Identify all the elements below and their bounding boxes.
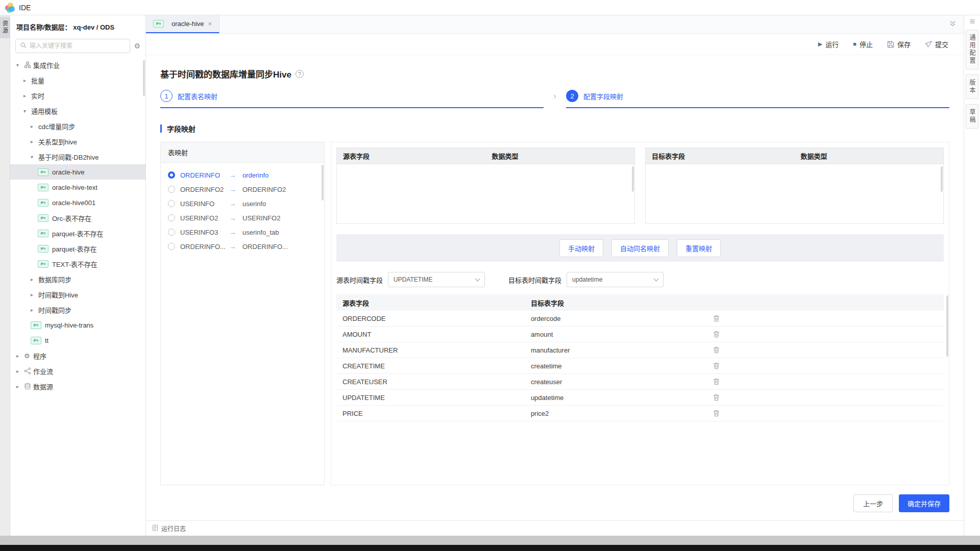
search-box[interactable] — [15, 39, 130, 53]
right-rail-tab-version[interactable]: 版本 — [966, 74, 978, 99]
tree-branch-数据库同步[interactable]: ▸数据库同步 — [10, 271, 145, 287]
tree-leaf-tt[interactable]: P≈tt — [10, 333, 145, 348]
caret-right-icon[interactable]: ▸ — [31, 307, 38, 313]
mapping-row: ORDERCODEordercode — [336, 311, 944, 327]
table-pair-USERINFO2[interactable]: USERINFO2→USERINFO2 — [161, 211, 324, 225]
caret-right-icon[interactable]: ▸ — [16, 384, 24, 389]
tree-branch-通用模板[interactable]: ▾通用模板 — [10, 103, 145, 118]
tree-leaf-oracle-hive001[interactable]: P≈oracle-hive001 — [10, 195, 145, 210]
delete-mapping-button[interactable] — [707, 378, 727, 385]
caret-right-icon[interactable]: ▸ — [31, 139, 38, 144]
caret-right-icon[interactable]: ▸ — [31, 123, 38, 129]
panel-menu-icon[interactable] — [969, 18, 975, 24]
field-panel-scrollbar[interactable] — [946, 295, 948, 357]
pair-source-table: USERINFO — [180, 200, 229, 208]
sidebar-scrollbar[interactable] — [143, 60, 145, 96]
tree-branch-cdc增量同步[interactable]: ▸cdc增量同步 — [10, 118, 145, 134]
caret-right-icon[interactable]: ▸ — [23, 93, 31, 98]
project-header: 项目名称/数据层： xq-dev / ODS — [10, 15, 145, 37]
manual-mapping-button[interactable]: 手动映射 — [559, 239, 603, 257]
table-panel-scrollbar[interactable] — [322, 165, 324, 201]
close-tab-icon[interactable]: × — [208, 20, 212, 28]
run-label: 运行 — [825, 39, 839, 49]
tree-branch-关系型到hive[interactable]: ▸关系型到hive — [10, 134, 145, 149]
tree-leaf-oracle-hive-text[interactable]: P≈oracle-hive-text — [10, 180, 145, 195]
tab-list-expand-button[interactable] — [949, 15, 964, 33]
radio-icon[interactable] — [168, 214, 175, 221]
confirm-save-button[interactable]: 确定并保存 — [899, 494, 949, 512]
submit-button[interactable]: 提交 — [925, 39, 948, 49]
tab-oracle-hive[interactable]: P≈ oracle-hive × — [146, 15, 219, 33]
left-rail-tab-resources[interactable]: 资源 — [0, 17, 10, 38]
previous-step-button[interactable]: 上一步 — [853, 494, 893, 512]
target-timestamp-select[interactable]: updatetime — [567, 272, 664, 287]
tree-branch-时间戳到Hive[interactable]: ▸时间戳到Hive — [10, 287, 145, 302]
job-badge-icon: P≈ — [38, 214, 48, 222]
radio-icon[interactable] — [168, 200, 175, 207]
tree-leaf-TEXT-表不存在[interactable]: P≈TEXT-表不存在 — [10, 256, 145, 271]
target-table-scrollbar[interactable] — [941, 166, 943, 192]
caret-right-icon[interactable]: ▸ — [23, 78, 31, 83]
caret-right-icon[interactable]: ▸ — [31, 277, 38, 282]
project-label: 项目名称/数据层： — [16, 23, 71, 31]
search-settings-gear-icon[interactable]: ⚙ — [134, 42, 140, 49]
tree-branch-作业流[interactable]: ▸作业流 — [10, 363, 145, 379]
radio-icon[interactable] — [168, 243, 175, 250]
tree-branch-实时[interactable]: ▸实时 — [10, 88, 145, 103]
tree-leaf-oracle-hive[interactable]: P≈oracle-hive — [10, 164, 145, 180]
right-rail-tab-draft[interactable]: 草稿 — [966, 104, 978, 129]
table-pair-USERINFO[interactable]: USERINFO→userinfo — [161, 196, 324, 211]
tree-leaf-mysql-hive-trans[interactable]: P≈mysql-hive-trans — [10, 317, 145, 333]
caret-down-icon[interactable]: ▾ — [23, 108, 31, 114]
run-button[interactable]: ▶ 运行 — [818, 39, 839, 49]
tree-branch-程序[interactable]: ▸⚙程序 — [10, 348, 145, 363]
job-badge-icon: P≈ — [153, 20, 164, 28]
help-icon[interactable]: ? — [296, 70, 304, 78]
caret-right-icon[interactable]: ▸ — [16, 353, 24, 359]
source-table-scrollbar[interactable] — [632, 166, 634, 192]
pair-source-table: ORDERINFO — [180, 171, 229, 179]
step-2-field-mapping[interactable]: 2 配置字段映射 — [566, 89, 949, 108]
delete-mapping-button[interactable] — [707, 362, 727, 369]
tree-branch-数据源[interactable]: ▸数据源 — [10, 379, 145, 394]
radio-icon[interactable] — [168, 186, 175, 193]
radio-icon[interactable] — [168, 229, 175, 236]
auto-same-name-mapping-button[interactable]: 自动同名映射 — [611, 239, 669, 257]
tree-leaf-parquet-表存在[interactable]: P≈parquet-表存在 — [10, 241, 145, 256]
reset-mapping-button[interactable]: 重置映射 — [677, 239, 721, 257]
tree-branch-集成作业[interactable]: ▾集成作业 — [10, 57, 145, 72]
run-log-label: 运行日志 — [161, 524, 186, 533]
caret-down-icon[interactable]: ▾ — [16, 62, 24, 68]
table-pair-ORDERINFO2[interactable]: ORDERINFO2→ORDERINFO2 — [161, 182, 324, 196]
tree-branch-基于时间戳-DB2hive[interactable]: ▾基于时间戳-DB2hive — [10, 149, 145, 164]
tree-leaf-Orc-表不存在[interactable]: P≈Orc-表不存在 — [10, 210, 145, 226]
stop-button[interactable]: ■ 停止 — [853, 39, 873, 49]
delete-mapping-button[interactable] — [707, 315, 727, 322]
delete-mapping-button[interactable] — [707, 331, 727, 338]
tree-leaf-parquet-表不存在[interactable]: P≈parquet-表不存在 — [10, 226, 145, 241]
caret-right-icon[interactable]: ▸ — [16, 368, 24, 374]
tree-branch-时间戳同步[interactable]: ▸时间戳同步 — [10, 302, 145, 317]
delete-mapping-button[interactable] — [707, 346, 727, 354]
arrow-right-icon: → — [229, 243, 242, 251]
table-pair-USERINFO3[interactable]: USERINFO3→userinfo_tab — [161, 225, 324, 239]
source-fields-table: 源表字段 数据类型 — [336, 147, 635, 224]
caret-down-icon[interactable]: ▾ — [31, 154, 38, 160]
pair-source-table: USERINFO3 — [180, 229, 229, 236]
job-badge-icon: P≈ — [38, 199, 48, 207]
table-pair-ORDERINFO...[interactable]: ORDERINFO...→ORDERINFO... — [161, 239, 324, 254]
search-input[interactable] — [30, 42, 126, 49]
step-1-progress-line — [160, 107, 544, 108]
delete-mapping-button[interactable] — [707, 394, 727, 401]
table-pair-ORDERINFO[interactable]: ORDERINFO→orderinfo — [161, 168, 324, 182]
step-1-table-name-mapping[interactable]: 1 配置表名映射 — [160, 89, 544, 108]
source-timestamp-select[interactable]: UPDATETIME — [388, 272, 485, 287]
right-rail-tab-general-config[interactable]: 通用配置 — [966, 30, 978, 69]
tree-item-label: 批量 — [31, 76, 44, 85]
delete-mapping-button[interactable] — [707, 410, 727, 417]
tree-branch-批量[interactable]: ▸批量 — [10, 72, 145, 88]
radio-selected-icon[interactable] — [168, 171, 175, 179]
caret-right-icon[interactable]: ▸ — [31, 292, 38, 297]
run-log-bar[interactable]: 运行日志 — [146, 520, 964, 536]
save-button[interactable]: 保存 — [887, 39, 911, 49]
